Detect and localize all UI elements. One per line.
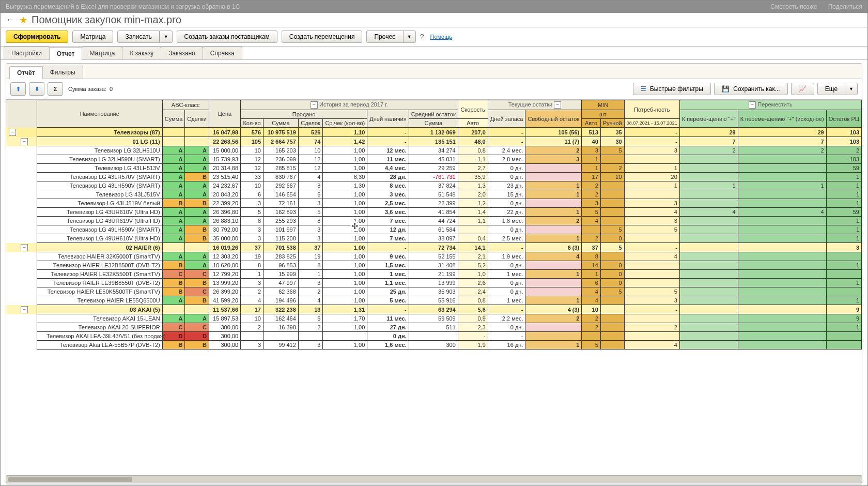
table-row[interactable]: Телевизор AKAI LEA-39L43/V51 (без продаж…: [6, 332, 862, 341]
table-row[interactable]: Телевизор HAIER LE50K5500TF (SmartTV)BC2…: [6, 287, 862, 296]
more-button[interactable]: Еще: [817, 83, 845, 95]
table-row[interactable]: Телевизор LG 43UH619V (Ultra HD)AA26 883…: [6, 217, 862, 225]
tab-matrix[interactable]: Матрица: [82, 47, 122, 59]
star-icon[interactable]: ★: [19, 14, 27, 26]
table-row[interactable]: Телевизор HAIER 32K5000T (SmartTV)AA12 3…: [6, 252, 862, 261]
table-row[interactable]: Телевизор LG 43LH570V (SMART)AB23 515,40…: [6, 173, 862, 181]
inner-pane: Отчёт Фильтры ⬆ ⬇ Σ Сумма заказа: 0 ☰ Бы…: [6, 63, 862, 484]
table-row[interactable]: Телевизор HAIER LE39B8550T (DVB-T2)BB13 …: [6, 279, 862, 287]
title-bar: ← ★ Помощник закупок min-max.pro: [1, 13, 867, 27]
share[interactable]: Поделиться: [828, 3, 862, 10]
watch-later[interactable]: Смотреть позже: [770, 3, 817, 10]
down-arrow-icon[interactable]: ⬇: [29, 82, 44, 96]
col-speed[interactable]: Скорость: [458, 100, 488, 119]
table-row[interactable]: Телевизор LG 43LJ515VAA20 843,206146 654…: [6, 190, 862, 199]
more-dropdown[interactable]: ▼: [845, 83, 858, 95]
table-row[interactable]: Телевизор LG 43LH590V (SMART)AA24 232,67…: [6, 181, 862, 190]
table-row[interactable]: −01 LG (11)22 263,561052 664 757741,42-1…: [6, 137, 862, 146]
create-supplier-orders-button[interactable]: Создать заказы поставщикам: [177, 31, 277, 43]
other-dropdown[interactable]: ▼: [403, 31, 416, 43]
filter-icon: ☰: [641, 85, 646, 93]
app-window: Выгрузка перемещений в Excel для проверк…: [0, 0, 868, 486]
table-row[interactable]: Телевизор HAIER LE32B8500T (DVB-T2)BA10 …: [6, 261, 862, 270]
form-button[interactable]: Сформировать: [6, 31, 68, 43]
tab-ordered[interactable]: Заказано: [161, 47, 203, 59]
fast-filters-button[interactable]: ☰ Быстрые фильтры: [633, 83, 711, 95]
write-dropdown[interactable]: ▼: [160, 31, 173, 43]
col-min[interactable]: MIN: [582, 100, 624, 110]
tab-report[interactable]: Отчет: [49, 47, 83, 60]
col-name[interactable]: Наименование: [37, 100, 162, 128]
table-row[interactable]: Телевизор AKAI 20-SUPERIORCC300,00216 39…: [6, 323, 862, 332]
report-grid[interactable]: Наименование ABC-класс Цена − История за…: [6, 99, 862, 484]
order-sum-value: 0: [110, 86, 113, 92]
tab-otchet[interactable]: Отчёт: [9, 66, 43, 79]
write-button[interactable]: Записать: [117, 31, 159, 43]
table-row[interactable]: Телевизор LG 43LJ519V белыйBB22 399,2037…: [6, 199, 862, 208]
table-row[interactable]: −03 AKAI (5)11 537,6617322 238131,31-63 …: [6, 305, 862, 314]
table-row[interactable]: Телевизор HAIER LE55Q6500UAB41 599,20419…: [6, 296, 862, 305]
col-need[interactable]: Потреб-ность: [624, 100, 679, 119]
col-price[interactable]: Цена: [209, 100, 240, 128]
table-row[interactable]: Телевизор LG 43UH610V (Ultra HD)AA26 396…: [6, 208, 862, 217]
report-toolbar: ⬆ ⬇ Σ Сумма заказа: 0 ☰ Быстрые фильтры …: [6, 79, 862, 99]
sigma-icon[interactable]: Σ: [48, 82, 63, 96]
video-crumb: Выгрузка перемещений в Excel для проверк…: [6, 3, 240, 10]
up-arrow-icon[interactable]: ⬆: [10, 82, 26, 96]
table-row[interactable]: Телевизор LG 49LH590V (SMART)AB30 792,00…: [6, 225, 862, 234]
table-row[interactable]: Телевизор Akai LEA-55B57P (DVB-T2)BB300,…: [6, 341, 862, 350]
table-row[interactable]: Телевизор HAIER LE32K5500T (SmartTV)CC12…: [6, 270, 862, 279]
cur-collapse[interactable]: Текущие остатки −: [488, 100, 582, 110]
main-tabs: Настройки Отчет Матрица К заказу Заказан…: [1, 47, 867, 60]
help-link[interactable]: Помощь: [430, 34, 452, 40]
help-icon: ?: [420, 33, 424, 41]
chart-button[interactable]: 📈: [791, 83, 814, 95]
save-as-button[interactable]: 💾 Сохранить как...: [714, 83, 788, 95]
tab-to-order[interactable]: К заказу: [122, 47, 161, 59]
table-row[interactable]: −02 HAIER (6)16 019,2637701 538371,00-72…: [6, 243, 862, 252]
tab-settings[interactable]: Настройки: [4, 47, 50, 59]
table-row[interactable]: Телевизор LG 32LH510UAA15 000,0010165 20…: [6, 146, 862, 155]
history-collapse[interactable]: − История за период 2017 г.: [241, 100, 458, 110]
video-overlay: Выгрузка перемещений в Excel для проверк…: [1, 1, 867, 13]
inner-tabs: Отчёт Фильтры: [6, 64, 862, 79]
table-row[interactable]: Телевизор LG 32LH590U (SMART)AA15 739,93…: [6, 155, 862, 164]
page-title: Помощник закупок min-max.pro: [32, 14, 181, 26]
cursor-icon: ✢: [350, 221, 359, 231]
table-row[interactable]: Телевизор AKAI 15-LEANAA15 897,5310162 4…: [6, 314, 862, 323]
create-transfers-button[interactable]: Создать перемещения: [282, 31, 363, 43]
back-arrow-icon[interactable]: ←: [6, 14, 15, 25]
report-table: Наименование ABC-класс Цена − История за…: [6, 100, 862, 350]
horizontal-scrollbar[interactable]: [6, 475, 862, 483]
order-sum-label: Сумма заказа:: [68, 86, 106, 92]
table-row[interactable]: Телевизор LG 43LH513VAA20 314,8812285 81…: [6, 164, 862, 173]
col-abc[interactable]: ABC-класс: [162, 100, 209, 110]
matrix-button[interactable]: Матрица: [72, 31, 113, 43]
main-toolbar: Сформировать Матрица Записать ▼ Создать …: [1, 27, 867, 47]
table-row[interactable]: Телевизор LG 49UH610V (Ultra HD)AB35 000…: [6, 234, 862, 243]
table-row[interactable]: −Телевизоры (87)16 047,9857610 975 51952…: [6, 128, 862, 137]
tab-help[interactable]: Справка: [203, 47, 242, 59]
tab-filters[interactable]: Фильтры: [42, 66, 83, 79]
disk-icon: 💾: [722, 85, 730, 93]
table-header: Наименование ABC-класс Цена − История за…: [6, 100, 862, 128]
other-button[interactable]: Прочее: [366, 31, 402, 43]
move-collapse[interactable]: − Переместить: [679, 100, 861, 110]
table-body: −Телевизоры (87)16 047,9857610 975 51952…: [6, 128, 862, 350]
